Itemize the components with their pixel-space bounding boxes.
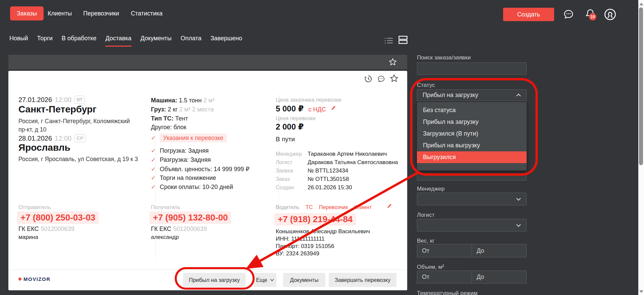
movizor-dot-icon	[18, 278, 21, 281]
finish-transport-button[interactable]: Завершить перевозку	[329, 273, 396, 287]
vat-flag[interactable]: с НДС	[308, 106, 326, 113]
vehicle-type-info: Тип ТС: Тент	[151, 115, 188, 122]
status-option-arrived-unloading[interactable]: Прибыл на выгрузку	[417, 140, 527, 151]
weight-from-input[interactable]	[417, 244, 472, 257]
cargo-info: Груз: 2 кг 2 м³ 2 места	[151, 106, 214, 113]
tab-driver[interactable]: Водитель	[276, 204, 300, 210]
tab-documents[interactable]: Документы	[141, 35, 172, 47]
chevron-down-icon	[516, 224, 521, 227]
search-input[interactable]	[417, 62, 527, 75]
favorite-star-icon[interactable]	[388, 58, 397, 66]
checklist-item: ✓Погрузка: Задняя	[151, 147, 209, 154]
status-option-arrived-loading[interactable]: Прибыл на загрузку	[417, 116, 527, 128]
scroll-down-arrow[interactable]	[639, 290, 643, 293]
covered-select-sliver	[417, 174, 527, 181]
check-icon: ✓	[151, 157, 156, 163]
order-stage-tabs: Новый Торги В обработке Доставка Докумен…	[9, 35, 242, 47]
list-view-icon[interactable]	[384, 37, 393, 44]
meta-logist: ЛогистДаракова Татьяна Святославовна	[276, 159, 398, 166]
tab-payment[interactable]: Оплата	[181, 35, 202, 47]
manager-filter-label: Менеджер	[417, 186, 444, 192]
logist-select[interactable]	[417, 219, 527, 232]
manager-select[interactable]	[417, 193, 527, 205]
meta-order-number: Заказ№ OTTL350158	[276, 176, 349, 183]
volume-to-input[interactable]	[472, 271, 527, 284]
tab-delivery[interactable]: Доставка	[105, 35, 131, 47]
status-option-unloaded[interactable]: Выгрузился	[417, 151, 527, 163]
tab-new[interactable]: Новый	[9, 35, 28, 47]
sender-label: Отправитель	[18, 204, 51, 210]
chevron-down-icon	[516, 198, 521, 201]
chevron-up-icon	[516, 94, 521, 97]
nav-item-orders[interactable]: Заказы	[10, 6, 44, 20]
documents-button[interactable]: Документы	[283, 273, 325, 287]
search-label: Поиск заказа/заявки	[417, 54, 471, 61]
tab-vehicle[interactable]: ТС	[306, 204, 313, 210]
volume-from-input[interactable]	[417, 271, 472, 284]
nav-item-statistics[interactable]: Статистика	[131, 6, 163, 20]
driver-license: ВУ: 2324 263949	[276, 250, 319, 257]
meta-manager: МенеджерТараканов Артем Николаевич	[276, 151, 387, 157]
meta-created: Создан26.01.2026 15:30	[276, 184, 352, 191]
checklist-item: ✓Сроки оплаты: 10-20 дней	[151, 184, 233, 191]
transit-status: В пути	[276, 136, 295, 143]
receiver-contact: александр	[151, 234, 179, 241]
nav-item-clients[interactable]: Клиенты	[48, 6, 72, 20]
weekday-badge: СР	[74, 134, 86, 142]
check-icon: ✓	[151, 175, 156, 181]
driver-phone[interactable]: +7 (918) 219-44-84	[274, 213, 356, 226]
status-dropdown-list: Без статуса Прибыл на загрузку Загрузилс…	[417, 102, 527, 170]
unloading-city: Ярославль	[18, 142, 70, 153]
other-info: Другое: блок	[151, 124, 186, 131]
machine-info: Машина: 1.5 тонн 2 м³	[151, 97, 215, 104]
page-scrollbar[interactable]	[638, 0, 644, 295]
status-option-none[interactable]: Без статуса	[417, 104, 527, 116]
status-option-loaded[interactable]: Загрузился (В пути)	[417, 128, 527, 140]
create-button[interactable]: Создать	[503, 8, 554, 21]
tab-completed[interactable]: Завершено	[210, 35, 242, 47]
arrived-for-loading-button[interactable]: Прибыл на загрузку	[183, 273, 246, 287]
chat-icon[interactable]	[563, 9, 574, 20]
cards-view-icon[interactable]	[398, 35, 408, 44]
checklist-item: ✓Разгрузка: Задняя	[151, 156, 211, 163]
receiver-phone[interactable]: +7 (905) 132-80-00	[150, 211, 231, 224]
nav-item-carriers[interactable]: Перевозчики	[83, 6, 119, 20]
tab-client[interactable]: Клиент	[354, 204, 372, 210]
unloading-address: Россия, г Ярославль, ул Советская, д 19 …	[18, 155, 139, 163]
checklist-item: ✓Торги на понижение	[151, 175, 216, 182]
more-button[interactable]: Еще	[254, 273, 276, 287]
checklist-item: ✓Объявл. ценность: 14 999 999 ₽	[151, 165, 250, 173]
sender-phone[interactable]: +7 (800) 250-03-03	[17, 211, 99, 224]
customer-price: 5 000 ₽с НДС	[276, 104, 336, 113]
tab-carrier[interactable]: Перевозчик	[319, 204, 348, 210]
tab-auction[interactable]: Торги	[37, 35, 53, 47]
tab-processing[interactable]: В обработке	[62, 35, 97, 47]
driver-passport: Паспорт: 0319 151056	[276, 243, 334, 250]
edit-price-pencil-icon[interactable]	[331, 105, 336, 111]
notification-count-badge: 10	[589, 13, 596, 20]
profile-icon[interactable]	[603, 8, 617, 21]
meta-request-number: Заявка№ BTTL123434	[276, 167, 348, 174]
temperature-filter-label: Температурный режим	[417, 290, 478, 295]
weight-to-input[interactable]	[472, 244, 527, 257]
transport-instructions-link[interactable]: ✓Указания к перевозке	[151, 135, 227, 142]
chat-icon[interactable]	[377, 75, 385, 83]
loading-date: 27.01.202612:00ВТ	[18, 96, 85, 104]
scrollbar-thumb[interactable]	[639, 7, 643, 165]
carrier-price: 2 000 ₽	[276, 122, 304, 132]
weekday-badge: ВТ	[74, 96, 85, 104]
order-card: 27.01.202612:00ВТ Санкт-Петербург Россия…	[8, 71, 407, 290]
check-icon: ✓	[151, 148, 156, 154]
counterparty-tabs: Водитель ТС Перевозчик Клиент	[276, 204, 376, 210]
scroll-up-arrow[interactable]	[639, 3, 643, 5]
edit-driver-pencil-icon[interactable]	[387, 203, 392, 209]
history-icon[interactable]	[364, 75, 373, 83]
receiver-company: ГК ЕКС5012000639	[151, 226, 207, 233]
unloading-date: 28.01.202612:00СР	[18, 134, 86, 142]
movizor-logo[interactable]: MOVIZOR	[18, 276, 51, 282]
loading-address: Россия, г Санкт-Петербург, Коломяжский п…	[18, 117, 139, 134]
status-select[interactable]: Прибыл на загрузку	[417, 89, 527, 101]
check-icon: ✓	[151, 184, 156, 190]
favorite-star-icon[interactable]	[389, 74, 399, 83]
collapsed-order-row[interactable]	[8, 55, 407, 69]
